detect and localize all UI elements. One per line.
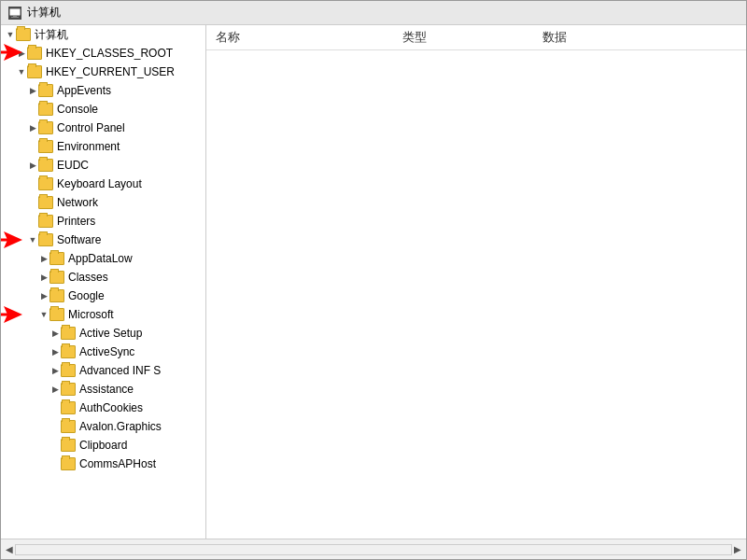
folder-icon-hkey-current: [27, 65, 42, 78]
tree-item-assistance[interactable]: Assistance: [1, 380, 205, 399]
tree-item-classes[interactable]: Classes: [1, 268, 205, 287]
folder-icon-environment: [38, 140, 53, 153]
expand-arrow-comms: [49, 458, 61, 469]
expand-arrow-assistance[interactable]: [49, 384, 61, 395]
expand-arrow-network: [27, 197, 38, 208]
expand-arrow-advanced-inf[interactable]: [49, 365, 61, 376]
scroll-left-btn[interactable]: ◀: [6, 544, 13, 554]
label-printers: Printers: [57, 215, 95, 228]
tree-pane[interactable]: 计算机 HK: [1, 25, 206, 539]
label-computer: 计算机: [35, 27, 68, 43]
expand-arrow-clipboard: [49, 440, 61, 451]
tree-item-appdatalow[interactable]: AppDataLow: [1, 249, 205, 268]
folder-icon-comms: [61, 457, 76, 470]
microsoft-row-wrapper: Microsoft: [1, 305, 205, 324]
tree-item-network[interactable]: Network: [1, 193, 205, 212]
tree-item-hkey-current-user[interactable]: HKEY_CURRENT_USER: [1, 63, 205, 81]
expand-arrow-eudc[interactable]: [27, 160, 38, 171]
expand-arrow-authcookies: [49, 402, 61, 413]
tree-item-appevents[interactable]: AppEvents: [1, 81, 205, 100]
tree-item-computer[interactable]: 计算机: [1, 25, 205, 44]
folder-icon-appevents: [38, 84, 53, 97]
expand-arrow-keyboard: [27, 178, 38, 189]
title-bar: 计算机: [1, 1, 746, 25]
bottom-bar: ◀ ▶: [1, 539, 746, 559]
label-google: Google: [68, 289, 105, 302]
hkey-classes-row-wrapper: HKEY_CLASSES_ROOT: [1, 44, 205, 63]
computer-icon: [8, 7, 21, 20]
tree-item-software[interactable]: Software: [1, 231, 205, 249]
bottom-scroll-area: ◀ ▶: [6, 544, 741, 555]
folder-icon-classes: [49, 271, 64, 284]
right-pane: 名称 类型 数据: [206, 25, 746, 539]
software-row-wrapper: Software: [1, 231, 205, 249]
tree-item-activesync[interactable]: ActiveSync: [1, 343, 205, 361]
tree-item-active-setup[interactable]: Active Setup: [1, 324, 205, 343]
expand-arrow-classes[interactable]: [38, 272, 49, 283]
label-avalon: Avalon.Graphics: [79, 420, 162, 433]
expand-arrow-console: [27, 104, 38, 115]
tree-item-hkey-classes-root[interactable]: HKEY_CLASSES_ROOT: [1, 44, 205, 63]
tree-item-clipboard[interactable]: Clipboard: [1, 436, 205, 455]
window-title: 计算机: [27, 5, 61, 21]
expand-arrow-active-setup[interactable]: [49, 328, 61, 339]
label-activesync: ActiveSync: [79, 345, 134, 358]
folder-icon-appdatalow: [49, 252, 64, 265]
expand-arrow-google[interactable]: [38, 290, 49, 301]
folder-icon-google: [49, 289, 64, 302]
expand-arrow-activesync[interactable]: [49, 346, 61, 357]
label-assistance: Assistance: [79, 383, 134, 396]
expand-arrow-avalon: [49, 421, 61, 432]
label-microsoft: Microsoft: [68, 308, 114, 321]
col-header-data: 数据: [543, 29, 729, 46]
label-hkey-classes: HKEY_CLASSES_ROOT: [46, 47, 173, 60]
tree-item-microsoft[interactable]: Microsoft: [1, 305, 205, 324]
folder-icon-printers: [38, 215, 53, 228]
tree-item-commsaphost[interactable]: CommsAPHost: [1, 455, 205, 473]
folder-icon-software: [38, 233, 53, 246]
label-clipboard: Clipboard: [79, 439, 127, 452]
tree-item-environment[interactable]: Environment: [1, 137, 205, 156]
registry-tree: 计算机 HK: [1, 25, 205, 473]
expand-arrow-software[interactable]: [27, 234, 38, 245]
label-comms: CommsAPHost: [79, 457, 156, 470]
svg-rect-1: [13, 16, 17, 17]
scroll-right-btn[interactable]: ▶: [734, 544, 741, 554]
col-header-name: 名称: [216, 29, 402, 46]
expand-arrow-hkey-classes[interactable]: [16, 48, 27, 59]
tree-item-authcookies[interactable]: AuthCookies: [1, 399, 205, 417]
tree-item-eudc[interactable]: EUDC: [1, 156, 205, 175]
svg-rect-2: [11, 17, 19, 18]
expand-arrow-hkey-current[interactable]: [16, 66, 27, 77]
folder-icon-network: [38, 196, 53, 209]
expand-arrow-microsoft[interactable]: [38, 309, 49, 320]
expand-arrow-computer[interactable]: [5, 29, 16, 40]
tree-item-printers[interactable]: Printers: [1, 212, 205, 231]
label-software: Software: [57, 233, 101, 246]
col-header-type: 类型: [402, 29, 543, 46]
horizontal-scrollbar[interactable]: [15, 544, 732, 555]
tree-item-avalon-graphics[interactable]: Avalon.Graphics: [1, 417, 205, 436]
folder-icon-control-panel: [38, 121, 53, 134]
label-appdatalow: AppDataLow: [68, 252, 133, 265]
tree-item-advanced-inf-s[interactable]: Advanced INF S: [1, 361, 205, 380]
folder-icon-hkey-classes: [27, 47, 42, 60]
label-authcookies: AuthCookies: [79, 401, 143, 414]
folder-icon-avalon: [61, 420, 76, 433]
folder-icon-keyboard: [38, 177, 53, 190]
folder-icon-eudc: [38, 159, 53, 172]
folder-icon-computer: [16, 28, 31, 41]
label-appevents: AppEvents: [57, 84, 111, 97]
tree-item-keyboard-layout[interactable]: Keyboard Layout: [1, 175, 205, 193]
tree-item-console[interactable]: Console: [1, 100, 205, 119]
folder-icon-microsoft: [49, 308, 64, 321]
expand-arrow-appevents[interactable]: [27, 85, 38, 96]
expand-arrow-printers: [27, 216, 38, 227]
expand-arrow-control-panel[interactable]: [27, 122, 38, 133]
expand-arrow-appdatalow[interactable]: [38, 253, 49, 264]
folder-icon-advanced-inf: [61, 364, 76, 377]
label-classes: Classes: [68, 271, 108, 284]
label-environment: Environment: [57, 140, 120, 153]
tree-item-control-panel[interactable]: Control Panel: [1, 119, 205, 137]
tree-item-google[interactable]: Google: [1, 287, 205, 305]
